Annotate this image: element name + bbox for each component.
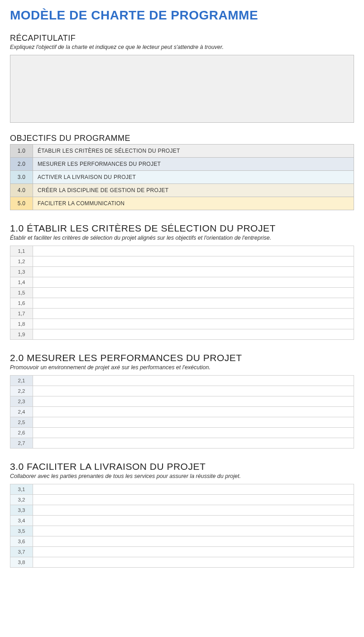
objective-label: FACILITER LA COMMUNICATION [33, 197, 354, 210]
table-row: 1,1 [10, 246, 354, 256]
row-number: 3,6 [10, 536, 33, 547]
row-value-cell[interactable] [33, 505, 354, 516]
table-row: 2,7 [10, 438, 354, 449]
row-value-cell[interactable] [33, 428, 354, 438]
row-value-cell[interactable] [33, 516, 354, 526]
row-number: 2,3 [10, 396, 33, 407]
row-value-cell[interactable] [33, 526, 354, 536]
table-row: 1,7 [10, 309, 354, 319]
row-value-cell[interactable] [33, 267, 354, 277]
recap-heading: RÉCAPITULATIF [10, 34, 354, 43]
table-row: 1,3 [10, 267, 354, 277]
section1-table: 1,11,21,31,41,51,61,71,81,9 [10, 246, 354, 340]
row-number: 2,5 [10, 417, 33, 428]
row-value-cell[interactable] [33, 309, 354, 319]
page-title: MODÈLE DE CHARTE DE PROGRAMME [10, 8, 354, 23]
table-row: 1,6 [10, 298, 354, 309]
row-value-cell[interactable] [33, 438, 354, 449]
table-row: 3,1 [10, 484, 354, 495]
row-number: 3,1 [10, 484, 33, 495]
row-number: 1,2 [10, 256, 33, 267]
table-row: 1,5 [10, 288, 354, 298]
table-row: 1,2 [10, 256, 354, 267]
section1-heading: 1.0 ÉTABLIR LES CRITÈRES DE SÉLECTION DU… [10, 223, 354, 234]
table-row: 2,4 [10, 407, 354, 417]
row-value-cell[interactable] [33, 557, 354, 568]
objective-number: 5.0 [10, 197, 33, 210]
row-number: 2,2 [10, 386, 33, 396]
row-number: 3,8 [10, 557, 33, 568]
row-number: 3,7 [10, 547, 33, 557]
table-row: 2,6 [10, 428, 354, 438]
table-row: 3,6 [10, 536, 354, 547]
objective-row: 2.0MESURER LES PERFORMANCES DU PROJET [10, 158, 354, 171]
row-value-cell[interactable] [33, 277, 354, 288]
row-number: 1,9 [10, 329, 33, 340]
row-number: 2,4 [10, 407, 33, 417]
row-value-cell[interactable] [33, 298, 354, 309]
objective-label: CRÉER LA DISCIPLINE DE GESTION DE PROJET [33, 184, 354, 197]
table-row: 3,4 [10, 516, 354, 526]
row-value-cell[interactable] [33, 484, 354, 495]
objective-number: 4.0 [10, 184, 33, 197]
row-number: 3,4 [10, 516, 33, 526]
row-value-cell[interactable] [33, 417, 354, 428]
table-row: 2,3 [10, 396, 354, 407]
objectives-table: 1.0ÉTABLIR LES CRITÈRES DE SÉLECTION DU … [10, 144, 354, 210]
table-row: 3,3 [10, 505, 354, 516]
table-row: 1,8 [10, 319, 354, 329]
recap-desc: Expliquez l'objectif de la charte et ind… [10, 44, 354, 50]
table-row: 3,2 [10, 495, 354, 505]
row-value-cell[interactable] [33, 407, 354, 417]
row-value-cell[interactable] [33, 386, 354, 396]
table-row: 1,4 [10, 277, 354, 288]
objective-number: 1.0 [10, 145, 33, 158]
objective-number: 3.0 [10, 171, 33, 184]
section3-table: 3,13,23,33,43,53,63,73,8 [10, 484, 354, 568]
row-value-cell[interactable] [33, 495, 354, 505]
row-value-cell[interactable] [33, 396, 354, 407]
table-row: 3,8 [10, 557, 354, 568]
row-value-cell[interactable] [33, 329, 354, 340]
row-number: 1,6 [10, 298, 33, 309]
row-number: 2,7 [10, 438, 33, 449]
row-value-cell[interactable] [33, 256, 354, 267]
section2-heading: 2.0 MESURER LES PERFORMANCES DU PROJET [10, 352, 354, 363]
row-value-cell[interactable] [33, 376, 354, 386]
section2-table: 2,12,22,32,42,52,62,7 [10, 375, 354, 449]
objective-label: ACTIVER LA LIVRAISON DU PROJET [33, 171, 354, 184]
objective-row: 1.0ÉTABLIR LES CRITÈRES DE SÉLECTION DU … [10, 145, 354, 158]
row-number: 1,4 [10, 277, 33, 288]
section3-heading: 3.0 FACILITER LA LIVRAISON DU PROJET [10, 461, 354, 472]
row-value-cell[interactable] [33, 246, 354, 256]
row-number: 3,3 [10, 505, 33, 516]
row-number: 2,1 [10, 376, 33, 386]
row-number: 1,8 [10, 319, 33, 329]
row-number: 1,7 [10, 309, 33, 319]
objective-row: 4.0CRÉER LA DISCIPLINE DE GESTION DE PRO… [10, 184, 354, 197]
table-row: 3,5 [10, 526, 354, 536]
objective-row: 3.0ACTIVER LA LIVRAISON DU PROJET [10, 171, 354, 184]
row-number: 1,1 [10, 246, 33, 256]
table-row: 2,5 [10, 417, 354, 428]
table-row: 1,9 [10, 329, 354, 340]
table-row: 2,2 [10, 386, 354, 396]
objective-row: 5.0FACILITER LA COMMUNICATION [10, 197, 354, 210]
row-value-cell[interactable] [33, 288, 354, 298]
objective-number: 2.0 [10, 158, 33, 171]
recap-textarea[interactable] [10, 55, 354, 123]
row-value-cell[interactable] [33, 536, 354, 547]
row-number: 3,2 [10, 495, 33, 505]
row-value-cell[interactable] [33, 547, 354, 557]
row-number: 2,6 [10, 428, 33, 438]
row-number: 1,5 [10, 288, 33, 298]
row-value-cell[interactable] [33, 319, 354, 329]
row-number: 3,5 [10, 526, 33, 536]
section1-desc: Établir et faciliter les critères de sél… [10, 235, 354, 241]
objective-label: ÉTABLIR LES CRITÈRES DE SÉLECTION DU PRO… [33, 145, 354, 158]
table-row: 3,7 [10, 547, 354, 557]
row-number: 1,3 [10, 267, 33, 277]
objective-label: MESURER LES PERFORMANCES DU PROJET [33, 158, 354, 171]
section2-desc: Promouvoir un environnement de projet ax… [10, 364, 354, 371]
section3-desc: Collaborer avec les parties prenantes de… [10, 473, 354, 479]
